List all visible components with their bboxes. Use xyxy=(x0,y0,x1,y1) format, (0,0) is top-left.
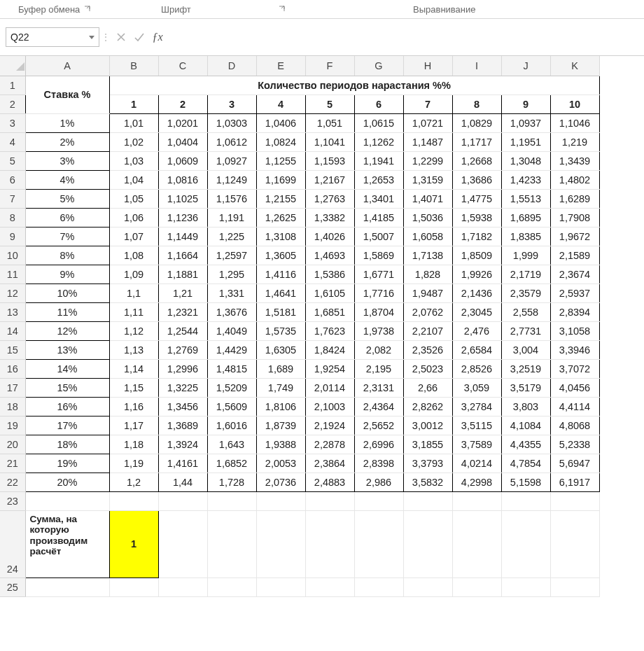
row-header[interactable]: 11 xyxy=(0,265,25,284)
col-header[interactable]: H xyxy=(403,56,452,76)
data-cell[interactable]: 1,01 xyxy=(109,113,158,132)
name-box[interactable]: Q22 xyxy=(6,27,99,47)
data-cell[interactable]: 3,5115 xyxy=(452,416,501,435)
data-cell[interactable]: 1,191 xyxy=(207,208,256,227)
data-cell[interactable]: 2,2878 xyxy=(305,435,354,454)
data-cell[interactable]: 3,2784 xyxy=(452,397,501,416)
sum-label[interactable]: Сумма, на которую производим расчёт xyxy=(25,510,109,578)
data-cell[interactable]: 1,44 xyxy=(158,472,207,491)
cell[interactable] xyxy=(452,510,501,578)
data-cell[interactable]: 1,4233 xyxy=(501,170,550,189)
data-cell[interactable]: 1,8509 xyxy=(452,246,501,265)
data-cell[interactable]: 2,66 xyxy=(403,378,452,397)
row-header[interactable]: 12 xyxy=(0,284,25,302)
cell[interactable] xyxy=(354,510,403,578)
data-cell[interactable]: 1,09 xyxy=(109,265,158,284)
period-header[interactable]: 3 xyxy=(207,94,256,113)
data-cell[interactable]: 1,07 xyxy=(109,227,158,246)
data-cell[interactable]: 1,3924 xyxy=(158,435,207,454)
period-header[interactable]: 7 xyxy=(403,94,452,113)
data-cell[interactable]: 1,4161 xyxy=(158,454,207,472)
data-cell[interactable]: 1,5735 xyxy=(256,321,305,340)
dialog-launcher-icon[interactable] xyxy=(84,6,91,13)
data-cell[interactable]: 1,06 xyxy=(109,208,158,227)
data-cell[interactable]: 1,0612 xyxy=(207,132,256,151)
data-cell[interactable]: 1,0615 xyxy=(354,113,403,132)
data-cell[interactable]: 1,13 xyxy=(109,340,158,359)
data-cell[interactable]: 1,21 xyxy=(158,284,207,302)
data-cell[interactable]: 3,0012 xyxy=(403,416,452,435)
data-cell[interactable]: 1,1941 xyxy=(354,151,403,170)
data-cell[interactable]: 1,1025 xyxy=(158,189,207,208)
cell[interactable] xyxy=(501,491,550,510)
data-cell[interactable]: 1,2668 xyxy=(452,151,501,170)
cell[interactable] xyxy=(550,510,599,578)
data-cell[interactable]: 1,8385 xyxy=(501,227,550,246)
data-cell[interactable]: 3,5832 xyxy=(403,472,452,491)
row-header[interactable]: 9 xyxy=(0,227,25,246)
row-header[interactable]: 7 xyxy=(0,189,25,208)
data-cell[interactable]: 4,4114 xyxy=(550,397,599,416)
rate-cell[interactable]: 15% xyxy=(25,378,109,397)
rate-cell[interactable]: 18% xyxy=(25,435,109,454)
data-cell[interactable]: 1,3689 xyxy=(158,416,207,435)
data-cell[interactable]: 1,9672 xyxy=(550,227,599,246)
data-cell[interactable]: 1,9254 xyxy=(305,359,354,378)
data-cell[interactable]: 1,5007 xyxy=(354,227,403,246)
data-cell[interactable]: 5,1598 xyxy=(501,472,550,491)
data-cell[interactable]: 1,1881 xyxy=(158,265,207,284)
data-cell[interactable]: 1,2653 xyxy=(354,170,403,189)
data-cell[interactable]: 1,15 xyxy=(109,378,158,397)
data-cell[interactable]: 1,1 xyxy=(109,284,158,302)
data-cell[interactable]: 2,5652 xyxy=(354,416,403,435)
data-cell[interactable]: 1,1046 xyxy=(550,113,599,132)
row-header[interactable]: 21 xyxy=(0,454,25,472)
data-cell[interactable]: 4,0456 xyxy=(550,378,599,397)
data-cell[interactable]: 3,004 xyxy=(501,340,550,359)
data-cell[interactable]: 4,0214 xyxy=(452,454,501,472)
cell[interactable] xyxy=(25,491,109,510)
row-header[interactable]: 13 xyxy=(0,302,25,321)
data-cell[interactable]: 1,0927 xyxy=(207,151,256,170)
data-cell[interactable]: 3,7072 xyxy=(550,359,599,378)
period-header[interactable]: 5 xyxy=(305,94,354,113)
cell[interactable] xyxy=(550,578,599,596)
data-cell[interactable]: 5,6947 xyxy=(550,454,599,472)
data-cell[interactable]: 1,9926 xyxy=(452,265,501,284)
data-cell[interactable]: 2,0762 xyxy=(403,302,452,321)
cell[interactable] xyxy=(256,491,305,510)
data-cell[interactable]: 3,7589 xyxy=(452,435,501,454)
data-cell[interactable]: 1,1717 xyxy=(452,132,501,151)
data-cell[interactable]: 2,986 xyxy=(354,472,403,491)
row-header[interactable]: 22 xyxy=(0,472,25,491)
data-cell[interactable]: 1,02 xyxy=(109,132,158,151)
rate-cell[interactable]: 3% xyxy=(25,151,109,170)
period-header[interactable]: 10 xyxy=(550,94,599,113)
data-cell[interactable]: 2,3579 xyxy=(501,284,550,302)
cell[interactable] xyxy=(109,491,158,510)
row-header[interactable]: 19 xyxy=(0,416,25,435)
data-cell[interactable]: 2,8394 xyxy=(550,302,599,321)
data-cell[interactable]: 1,6305 xyxy=(256,340,305,359)
data-cell[interactable]: 1,3676 xyxy=(207,302,256,321)
data-cell[interactable]: 1,3048 xyxy=(501,151,550,170)
data-cell[interactable]: 1,5181 xyxy=(256,302,305,321)
rate-cell[interactable]: 11% xyxy=(25,302,109,321)
data-cell[interactable]: 1,1951 xyxy=(501,132,550,151)
data-cell[interactable]: 1,1041 xyxy=(305,132,354,151)
period-header[interactable]: 8 xyxy=(452,94,501,113)
period-header[interactable]: 4 xyxy=(256,94,305,113)
data-cell[interactable]: 2,558 xyxy=(501,302,550,321)
data-cell[interactable]: 1,4071 xyxy=(403,189,452,208)
data-cell[interactable]: 2,1003 xyxy=(305,397,354,416)
data-cell[interactable]: 4,1084 xyxy=(501,416,550,435)
data-cell[interactable]: 1,689 xyxy=(256,359,305,378)
row-header[interactable]: 8 xyxy=(0,208,25,227)
cell[interactable] xyxy=(305,578,354,596)
cell[interactable] xyxy=(403,491,452,510)
data-cell[interactable]: 3,3793 xyxy=(403,454,452,472)
row-header[interactable]: 23 xyxy=(0,491,25,510)
cell[interactable] xyxy=(256,510,305,578)
row-header[interactable]: 3 xyxy=(0,113,25,132)
data-cell[interactable]: 1,5386 xyxy=(305,265,354,284)
